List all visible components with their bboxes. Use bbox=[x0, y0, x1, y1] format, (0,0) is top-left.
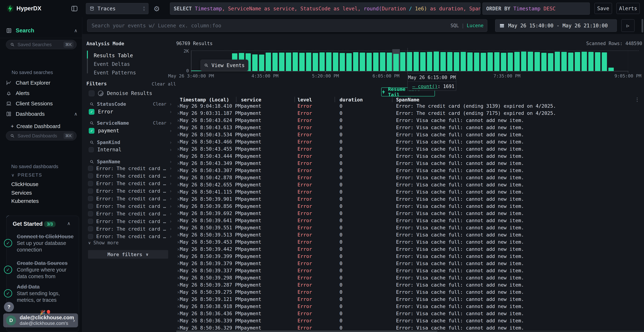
row-expand-icon[interactable]: › bbox=[177, 232, 180, 238]
row-expand-icon[interactable]: › bbox=[177, 275, 180, 280]
checkbox[interactable] bbox=[88, 166, 93, 171]
table-row[interactable]: ›May 26 8:50:43.307 PMpaymentError0Error… bbox=[175, 167, 644, 174]
help-button[interactable]: ? bbox=[4, 302, 14, 312]
clear-servicename-link[interactable]: Clear bbox=[153, 120, 166, 126]
row-expand-icon[interactable]: › bbox=[177, 160, 180, 166]
histogram-bar[interactable] bbox=[400, 52, 406, 71]
row-expand-icon[interactable]: › bbox=[177, 153, 180, 159]
filter-item-spanname[interactable]: Error: The credit card …› bbox=[88, 180, 172, 187]
row-expand-icon[interactable]: › bbox=[177, 325, 180, 330]
histogram-bar[interactable] bbox=[488, 52, 493, 71]
histogram-bar[interactable] bbox=[534, 52, 540, 71]
histogram-bar[interactable] bbox=[353, 52, 358, 71]
histogram-bar[interactable] bbox=[454, 52, 459, 71]
chevron-right-icon[interactable]: › bbox=[169, 109, 172, 114]
sidebar-item-chart-explorer[interactable]: Chart Explorer bbox=[0, 78, 82, 87]
checkbox-checked[interactable]: ✓ bbox=[89, 109, 94, 115]
table-row[interactable]: ›May 26 8:50:43.534 PMpaymentError0Error… bbox=[175, 131, 644, 138]
histogram-bar[interactable] bbox=[434, 52, 439, 71]
chevron-right-icon[interactable]: › bbox=[169, 128, 172, 134]
sql-select-input[interactable]: SELECT Timestamp, ServiceName as service… bbox=[170, 2, 480, 15]
table-row[interactable]: ›May 26 8:50:39.287 PMpaymentError0Error… bbox=[175, 281, 644, 288]
run-query-button[interactable]: ▷ bbox=[621, 19, 634, 32]
table-row[interactable]: ›May 26 8:50:42.655 PMpaymentError0Error… bbox=[175, 181, 644, 188]
col-header-duration[interactable]: duration bbox=[340, 97, 363, 102]
checkbox[interactable] bbox=[88, 173, 93, 178]
table-row[interactable]: ›May 26 8:50:39.901 PMpaymentError0Error… bbox=[175, 195, 644, 202]
histogram-bar[interactable] bbox=[521, 52, 526, 71]
sidebar-item-dashboards[interactable]: Dashboards ∧ bbox=[0, 110, 82, 118]
get-started-item[interactable]: ✓ Connect to ClickHouse Set up your data… bbox=[16, 230, 76, 256]
histogram-bar[interactable] bbox=[548, 53, 553, 71]
chevron-right-icon[interactable]: › bbox=[169, 159, 172, 164]
table-row[interactable]: ›May 26 8:50:39.692 PMpaymentError0Error… bbox=[175, 210, 644, 217]
sidebar-item-search[interactable]: Search ∧ bbox=[0, 26, 82, 35]
chevron-right-icon[interactable]: › bbox=[169, 234, 172, 239]
histogram-bar[interactable] bbox=[514, 52, 520, 71]
table-row[interactable]: ›May 26 8:50:39.551 PMpaymentError0Error… bbox=[175, 224, 644, 231]
histogram-bar[interactable] bbox=[602, 52, 607, 71]
table-row[interactable]: ›May 26 8:50:39.379 PMpaymentError0Error… bbox=[175, 260, 644, 267]
chevron-right-icon[interactable]: › bbox=[169, 140, 172, 145]
filter-item-spanname[interactable]: Error: The credit card …› bbox=[88, 233, 172, 240]
filter-item-error[interactable]: ✓ Error › bbox=[89, 109, 172, 115]
chevron-right-icon[interactable]: › bbox=[169, 102, 172, 107]
histogram-bar[interactable] bbox=[467, 52, 472, 71]
table-row[interactable]: ›May 26 8:50:42.878 PMpaymentError0Error… bbox=[175, 174, 644, 181]
user-account-chip[interactable]: D dale@clickhouse.com dale@clickhouse.co… bbox=[3, 314, 78, 327]
table-row[interactable]: ›May 26 8:50:41.115 PMpaymentError0Error… bbox=[175, 188, 644, 195]
histogram-bar[interactable] bbox=[474, 52, 480, 71]
histogram-bar[interactable] bbox=[252, 54, 258, 71]
row-expand-icon[interactable]: › bbox=[177, 218, 180, 223]
saved-searches-input[interactable]: Saved Searches ⌘K bbox=[6, 40, 76, 49]
table-row[interactable]: ›May 26 8:50:38.918 PMpaymentError0Error… bbox=[175, 303, 644, 310]
row-expand-icon[interactable]: › bbox=[177, 289, 180, 295]
col-header-spanname[interactable]: SpanName bbox=[396, 97, 419, 102]
col-header-level[interactable]: level bbox=[298, 97, 312, 102]
histogram-bar[interactable] bbox=[387, 52, 392, 71]
row-expand-icon[interactable]: › bbox=[177, 189, 180, 194]
show-more-link[interactable]: ∨ Show more bbox=[88, 240, 118, 246]
filter-item-spanname[interactable]: Error: The credit card …› bbox=[88, 202, 172, 210]
table-row[interactable]: ›May 26 9:03:31.187 PMpaymentError0Error… bbox=[175, 110, 644, 117]
table-row[interactable]: ›May 26 8:50:36.339 PMpaymentError0Error… bbox=[175, 317, 644, 324]
row-expand-icon[interactable]: › bbox=[177, 182, 180, 188]
row-expand-icon[interactable]: › bbox=[177, 225, 180, 230]
histogram-bar[interactable] bbox=[588, 52, 594, 71]
histogram-bar[interactable] bbox=[340, 53, 345, 71]
row-expand-icon[interactable]: › bbox=[177, 118, 180, 123]
table-row[interactable]: ›May 26 8:50:39.641 PMpaymentError0Error… bbox=[175, 217, 644, 224]
col-header-service[interactable]: service bbox=[241, 97, 261, 102]
create-dashboard-button[interactable]: + Create Dashboard bbox=[0, 122, 82, 130]
filter-item-spanname[interactable]: Error: The credit card …› bbox=[88, 210, 172, 218]
chevron-right-icon[interactable]: › bbox=[169, 181, 172, 186]
denoise-checkbox[interactable] bbox=[89, 90, 94, 96]
search-icon[interactable] bbox=[90, 140, 94, 145]
row-expand-icon[interactable]: › bbox=[177, 296, 180, 302]
more-filters-button[interactable]: More filters ∨ bbox=[88, 250, 168, 259]
collapse-sidebar-icon[interactable] bbox=[71, 5, 78, 12]
histogram-bar[interactable] bbox=[299, 53, 305, 71]
search-icon[interactable] bbox=[90, 102, 94, 106]
histogram-bar[interactable] bbox=[461, 52, 466, 71]
checkbox[interactable] bbox=[88, 226, 93, 231]
analysis-item-event-patterns[interactable]: Event Patterns bbox=[94, 70, 136, 76]
table-row[interactable]: ›May 26 8:50:39.275 PMpaymentError0Error… bbox=[175, 288, 644, 296]
table-row[interactable]: ›May 26 8:50:36.329 PMpaymentError0Error… bbox=[175, 324, 644, 331]
checkbox[interactable] bbox=[88, 196, 93, 201]
histogram-bar[interactable] bbox=[481, 53, 486, 71]
checkbox[interactable] bbox=[88, 181, 93, 186]
row-expand-icon[interactable]: › bbox=[177, 125, 180, 130]
table-row[interactable]: ›May 26 8:50:39.442 PMpaymentError0Error… bbox=[175, 246, 644, 252]
row-expand-icon[interactable]: › bbox=[177, 304, 180, 309]
row-expand-icon[interactable]: › bbox=[177, 139, 180, 144]
table-row[interactable]: ›May 26 8:50:39.337 PMpaymentError0Error… bbox=[175, 267, 644, 274]
histogram-bar[interactable] bbox=[306, 52, 312, 71]
row-expand-icon[interactable]: › bbox=[177, 239, 180, 245]
row-expand-icon[interactable]: › bbox=[177, 168, 180, 173]
row-expand-icon[interactable]: › bbox=[177, 210, 180, 216]
table-row[interactable]: ›May 26 8:50:43.613 PMpaymentError0Error… bbox=[175, 124, 644, 131]
row-expand-icon[interactable]: › bbox=[177, 110, 180, 116]
chevron-right-icon[interactable]: › bbox=[169, 147, 172, 152]
histogram-bar[interactable] bbox=[501, 53, 506, 71]
